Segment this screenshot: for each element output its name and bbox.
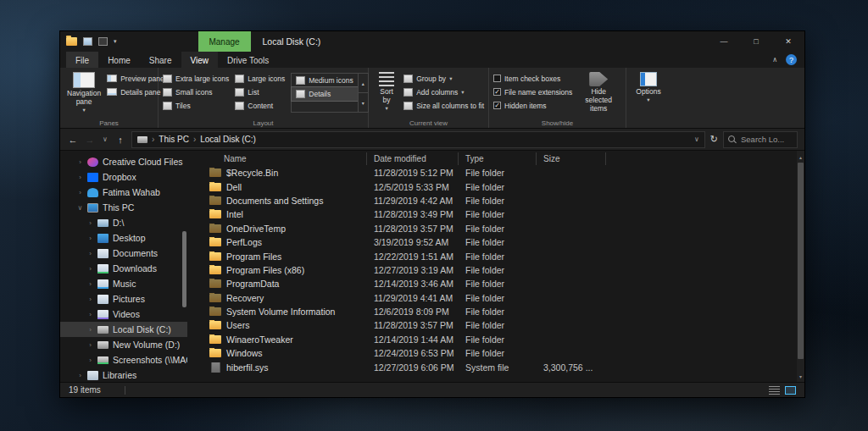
file-row[interactable]: Intel 11/28/2019 3:49 PM File folder: [187, 207, 804, 221]
scroll-down-icon[interactable]: ▾: [797, 370, 804, 382]
new-folder-icon[interactable]: [98, 37, 108, 46]
close-button[interactable]: ✕: [772, 31, 804, 52]
help-icon[interactable]: ?: [786, 54, 797, 65]
tab-home[interactable]: Home: [98, 52, 140, 68]
file-row[interactable]: PerfLogs 3/19/2019 9:52 AM File folder: [187, 235, 804, 249]
manage-contextual-tab[interactable]: Manage: [198, 31, 251, 52]
sidebar-item-pictures[interactable]: › Pictures: [60, 291, 187, 307]
address-dropdown-icon[interactable]: ∨: [694, 135, 699, 143]
file-name-extensions-checkbox[interactable]: ✓ File name extensions: [493, 86, 572, 97]
sidebar-item-d-drive[interactable]: › D:\: [60, 215, 187, 230]
breadcrumb-chevron-icon[interactable]: ›: [152, 135, 154, 144]
refresh-icon[interactable]: ↻: [710, 134, 718, 145]
chevron-right-icon[interactable]: ›: [87, 341, 93, 349]
column-header-type[interactable]: Type: [459, 152, 537, 165]
chevron-right-icon[interactable]: ›: [87, 219, 93, 227]
tiles-button[interactable]: Tiles: [163, 100, 229, 111]
chevron-down-icon[interactable]: ∨: [77, 204, 83, 212]
small-icons-button[interactable]: Small icons: [163, 86, 229, 97]
details-pane-button[interactable]: Details pane: [107, 86, 164, 97]
customize-quick-access-chevron-icon[interactable]: ▾: [114, 38, 117, 45]
chevron-right-icon[interactable]: ›: [87, 311, 93, 318]
size-all-columns-button[interactable]: Size all columns to fit: [403, 100, 484, 111]
column-header-date-modified[interactable]: Date modified: [367, 152, 459, 165]
tab-file[interactable]: File: [66, 52, 98, 68]
column-header-size[interactable]: Size: [537, 152, 606, 165]
file-row[interactable]: Windows 12/24/2019 6:53 PM File folder: [187, 346, 804, 360]
medium-icons-option[interactable]: Medium icons: [292, 74, 357, 87]
sidebar-scrollbar[interactable]: [182, 231, 186, 307]
chevron-right-icon[interactable]: ›: [87, 265, 93, 273]
title-bar[interactable]: ▾ Manage Local Disk (C:) — □ ✕: [60, 31, 804, 52]
file-row[interactable]: $Recycle.Bin 11/28/2019 5:12 PM File fol…: [187, 166, 804, 180]
sidebar-item-desktop[interactable]: › Desktop: [60, 230, 187, 246]
file-row[interactable]: Documents and Settings 11/29/2019 4:42 A…: [187, 194, 804, 207]
scroll-up-icon[interactable]: ▴: [797, 151, 804, 163]
details-option[interactable]: Details: [292, 87, 357, 101]
forward-button[interactable]: →: [84, 135, 96, 145]
sidebar-item-videos[interactable]: › Videos: [60, 307, 187, 322]
file-row[interactable]: hiberfil.sys 12/27/2019 6:06 PM System f…: [187, 360, 804, 373]
breadcrumb-local-disk[interactable]: Local Disk (C:): [200, 135, 256, 144]
file-list-scrollbar[interactable]: ▴ ▾: [797, 151, 804, 382]
column-header-name[interactable]: Name: [187, 152, 367, 165]
file-row[interactable]: OneDriveTemp 11/28/2019 3:57 PM File fol…: [187, 222, 804, 235]
chevron-right-icon[interactable]: ›: [87, 296, 93, 303]
sidebar-item-local-disk-c[interactable]: › Local Disk (C:): [60, 322, 187, 337]
list-button[interactable]: List: [235, 86, 285, 97]
sidebar-item-libraries[interactable]: › Libraries: [60, 367, 187, 382]
search-box[interactable]: [723, 131, 798, 148]
content-button[interactable]: Content: [235, 100, 285, 111]
tab-share[interactable]: Share: [140, 52, 181, 68]
properties-icon[interactable]: [83, 37, 92, 46]
tab-view[interactable]: View: [181, 52, 219, 68]
add-columns-button[interactable]: Add columns ▾: [403, 86, 484, 97]
chevron-right-icon[interactable]: ›: [87, 356, 93, 364]
file-row[interactable]: WinaeroTweaker 12/14/2019 1:44 AM File f…: [187, 333, 804, 346]
chevron-right-icon[interactable]: ›: [77, 189, 83, 196]
gallery-scroll-up-icon[interactable]: ▴: [359, 74, 368, 93]
sidebar-item-creative-cloud-files[interactable]: › Creative Cloud Files: [60, 154, 187, 169]
group-by-button[interactable]: Group by ▾: [403, 73, 484, 84]
sidebar-item-this-pc[interactable]: ∨ This PC: [60, 200, 187, 215]
breadcrumb-chevron-icon[interactable]: ›: [193, 135, 196, 144]
file-row[interactable]: Program Files 12/22/2019 1:51 AM File fo…: [187, 249, 804, 262]
file-row[interactable]: Users 11/28/2019 3:57 PM File folder: [187, 318, 804, 332]
chevron-right-icon[interactable]: ›: [77, 158, 83, 166]
file-row[interactable]: Recovery 11/29/2019 4:41 AM File folder: [187, 291, 804, 305]
chevron-right-icon[interactable]: ›: [77, 372, 83, 379]
back-button[interactable]: ←: [67, 135, 79, 145]
sidebar-item-onedrive-user[interactable]: › Fatima Wahab: [60, 185, 187, 200]
thumbnail-view-toggle-icon[interactable]: [785, 386, 796, 395]
search-input[interactable]: [741, 135, 793, 144]
up-button[interactable]: ↑: [114, 135, 126, 145]
recent-locations-icon[interactable]: ∨: [101, 135, 109, 143]
navigation-pane-button[interactable]: Navigation pane ▾: [64, 71, 103, 117]
maximize-button[interactable]: □: [740, 31, 772, 52]
minimize-button[interactable]: —: [708, 31, 740, 52]
file-row[interactable]: Dell 12/5/2019 5:33 PM File folder: [187, 180, 804, 193]
sidebar-item-new-volume-d[interactable]: › New Volume (D:): [60, 337, 187, 352]
chevron-right-icon[interactable]: ›: [87, 235, 93, 242]
sort-by-button[interactable]: Sort by ▾: [373, 71, 400, 117]
chevron-right-icon[interactable]: ›: [87, 280, 93, 288]
chevron-right-icon[interactable]: ›: [87, 326, 93, 334]
sidebar-item-downloads[interactable]: › Downloads: [60, 261, 187, 276]
sidebar-item-screenshots-network[interactable]: › Screenshots (\\MACBOOK: [60, 352, 187, 367]
extra-large-icons-button[interactable]: Extra large icons: [163, 73, 229, 84]
sidebar-item-music[interactable]: › Music: [60, 276, 187, 291]
chevron-right-icon[interactable]: ›: [77, 174, 83, 181]
details-view-toggle-icon[interactable]: [769, 386, 780, 395]
file-row[interactable]: System Volume Information 12/6/2019 8:09…: [187, 305, 804, 318]
preview-pane-button[interactable]: Preview pane: [107, 73, 164, 84]
options-button[interactable]: Options ▾: [631, 71, 666, 117]
hide-selected-items-button[interactable]: Hide selected items: [576, 71, 621, 117]
file-row[interactable]: ProgramData 12/14/2019 3:46 AM File fold…: [187, 277, 804, 290]
scrollbar-thumb[interactable]: [798, 163, 804, 359]
gallery-scroll-down-icon[interactable]: ▾: [359, 93, 368, 112]
collapse-ribbon-icon[interactable]: ∧: [772, 56, 777, 64]
file-row[interactable]: Program Files (x86) 12/27/2019 3:19 AM F…: [187, 263, 804, 277]
address-bar[interactable]: › This PC › Local Disk (C:) ∨: [131, 131, 705, 148]
sidebar-item-documents[interactable]: › Documents: [60, 246, 187, 261]
breadcrumb-this-pc[interactable]: This PC: [159, 135, 189, 144]
